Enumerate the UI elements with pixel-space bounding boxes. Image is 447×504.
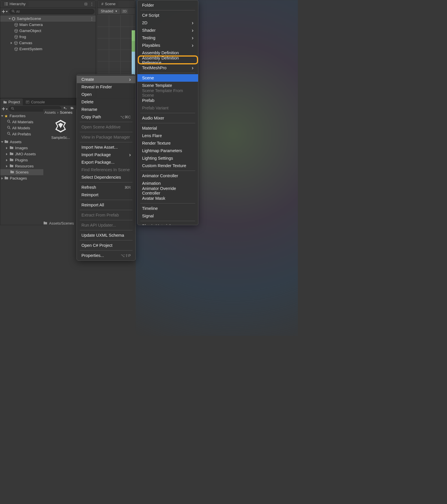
menu-item-c-script[interactable]: C# Script	[137, 12, 198, 19]
gameobject-icon	[14, 29, 18, 33]
hierarchy-item[interactable]: GameObject	[0, 28, 96, 34]
menu-item-label: Custom Render Texture	[142, 163, 186, 168]
scene-tab[interactable]: # Scene	[99, 1, 118, 7]
menu-item-delete[interactable]: Delete	[77, 98, 135, 106]
menu-item-open[interactable]: Open	[77, 91, 135, 98]
menu-item-import-new-asset[interactable]: Import New Asset...	[77, 143, 135, 151]
project-add-button[interactable]: ▾	[1, 107, 8, 111]
context-menu: CreateReveal in FinderOpenDeleteRenameCo…	[77, 74, 136, 261]
folder-label: Resources	[15, 164, 34, 168]
menu-item-label: Properties...	[81, 253, 104, 258]
menu-item-copy-path[interactable]: Copy Path⌥⌘C	[77, 113, 135, 121]
hierarchy-tab[interactable]: Hierarchy	[2, 1, 29, 7]
panel-lock-icon[interactable]: ⊟	[84, 2, 87, 6]
menu-item-animator-controller[interactable]: Animator Controller	[137, 172, 198, 180]
hierarchy-search[interactable]: All	[9, 9, 94, 14]
add-button[interactable]: ▾	[1, 10, 8, 14]
svg-rect-11	[27, 101, 29, 102]
gameobject-icon	[14, 41, 18, 45]
shading-dropdown[interactable]: Shaded ▼	[98, 9, 120, 14]
menu-item-custom-render-texture[interactable]: Custom Render Texture	[137, 162, 198, 169]
panel-menu-icon[interactable]: ⋮	[90, 2, 94, 6]
breadcrumb: Assets › Scenes	[43, 109, 78, 115]
hierarchy-item[interactable]: EventSystem	[0, 46, 96, 52]
hierarchy-item-label: GameObject	[19, 29, 41, 33]
menu-item-rename[interactable]: Rename	[77, 106, 135, 113]
expand-icon[interactable]	[1, 141, 3, 143]
breadcrumb-root[interactable]: Assets	[44, 110, 56, 115]
menu-item-audio-mixer[interactable]: Audio Mixer	[137, 114, 198, 122]
menu-separator	[80, 122, 133, 122]
menu-item-material[interactable]: Material	[137, 124, 198, 132]
hierarchy-item[interactable]: frog	[0, 34, 96, 40]
scene-icon: #	[101, 2, 103, 6]
expand-icon[interactable]	[6, 147, 8, 149]
search-icon	[7, 132, 11, 136]
menu-item-label: Select Dependencies	[81, 175, 121, 180]
mode-2d-button[interactable]: 2D	[121, 9, 128, 14]
menu-item-shader[interactable]: Shader	[137, 27, 198, 34]
menu-item-export-package[interactable]: Export Package...	[77, 158, 135, 166]
menu-item-textmeshpro[interactable]: TextMeshPro	[137, 64, 198, 72]
console-tab[interactable]: Console	[23, 98, 48, 105]
expand-icon[interactable]	[9, 18, 11, 19]
menu-item-physic-material[interactable]: Physic Material	[137, 222, 198, 225]
menu-item-reimport-all[interactable]: Reimport All	[77, 201, 135, 209]
menu-item-label: Lightmap Parameters	[142, 148, 182, 153]
menu-item-create[interactable]: Create	[77, 76, 135, 83]
menu-separator	[140, 10, 195, 10]
menu-separator	[140, 113, 195, 113]
menu-item-render-texture[interactable]: Render Texture	[137, 139, 198, 147]
svg-line-24	[10, 134, 11, 135]
menu-item-import-package[interactable]: Import Package	[77, 151, 135, 158]
menu-item-lightmap-parameters[interactable]: Lightmap Parameters	[137, 147, 198, 154]
menu-item-label: Lighting Settings	[142, 156, 173, 160]
folder-icon	[43, 221, 47, 225]
menu-item-reimport[interactable]: Reimport	[77, 191, 135, 199]
menu-item-label: Signal	[142, 214, 154, 218]
menu-item-2d[interactable]: 2D	[137, 19, 198, 27]
menu-item-refresh[interactable]: Refresh⌘R	[77, 184, 135, 191]
asset-item[interactable]: SampleSc...	[51, 118, 70, 140]
menu-item-assembly-definition-reference[interactable]: Assembly Definition Reference	[137, 57, 198, 64]
shading-label: Shaded	[101, 9, 113, 13]
menu-item-open-c-project[interactable]: Open C# Project	[77, 242, 135, 249]
expand-icon[interactable]	[1, 115, 3, 117]
menu-item-label: Avatar Mask	[142, 196, 165, 201]
expand-icon[interactable]	[6, 165, 8, 167]
gameobject-icon	[14, 35, 18, 39]
menu-item-label: Reveal in Finder	[81, 85, 112, 89]
expand-icon[interactable]	[1, 177, 3, 180]
menu-item-label: Audio Mixer	[142, 116, 164, 120]
menu-item-scene[interactable]: Scene	[137, 74, 198, 82]
menu-item-prefab[interactable]: Prefab	[137, 97, 198, 104]
folder-icon	[10, 152, 14, 156]
hierarchy-item[interactable]: Canvas	[0, 40, 96, 46]
scene-menu-icon[interactable]: ⋮	[90, 16, 94, 21]
menu-item-folder[interactable]: Folder	[137, 1, 198, 9]
expand-icon[interactable]	[6, 153, 8, 155]
menu-item-avatar-mask[interactable]: Avatar Mask	[137, 195, 198, 202]
svg-point-15	[12, 107, 13, 109]
expand-icon[interactable]	[6, 159, 8, 161]
menu-item-playables[interactable]: Playables	[137, 42, 198, 49]
menu-item-timeline[interactable]: Timeline	[137, 205, 198, 212]
menu-item-lens-flare[interactable]: Lens Flare	[137, 132, 198, 139]
menu-item-animator-override-controller[interactable]: Animator Override Controller	[137, 187, 198, 195]
hierarchy-item[interactable]: Main Camera	[0, 22, 96, 28]
project-tab[interactable]: Project	[0, 98, 23, 105]
create-submenu: FolderC# Script2DShaderTestingPlayablesA…	[137, 0, 198, 225]
menu-item-testing[interactable]: Testing	[137, 34, 198, 42]
menu-item-signal[interactable]: Signal	[137, 212, 198, 220]
menu-item-select-dependencies[interactable]: Select Dependencies	[77, 173, 135, 181]
menu-item-label: Testing	[142, 36, 155, 40]
breadcrumb-leaf[interactable]: Scenes	[60, 110, 72, 115]
menu-item-reveal-in-finder[interactable]: Reveal in Finder	[77, 83, 135, 91]
menu-item-properties[interactable]: Properties...⌥⇧P	[77, 252, 135, 259]
menu-item-label: Update UXML Schema	[81, 233, 124, 238]
scene-row[interactable]: SampleScene ⋮	[0, 16, 96, 22]
menu-item-update-uxml-schema[interactable]: Update UXML Schema	[77, 232, 135, 239]
hierarchy-item-label: frog	[19, 35, 26, 39]
menu-item-lighting-settings[interactable]: Lighting Settings	[137, 154, 198, 162]
expand-icon[interactable]	[11, 42, 12, 44]
